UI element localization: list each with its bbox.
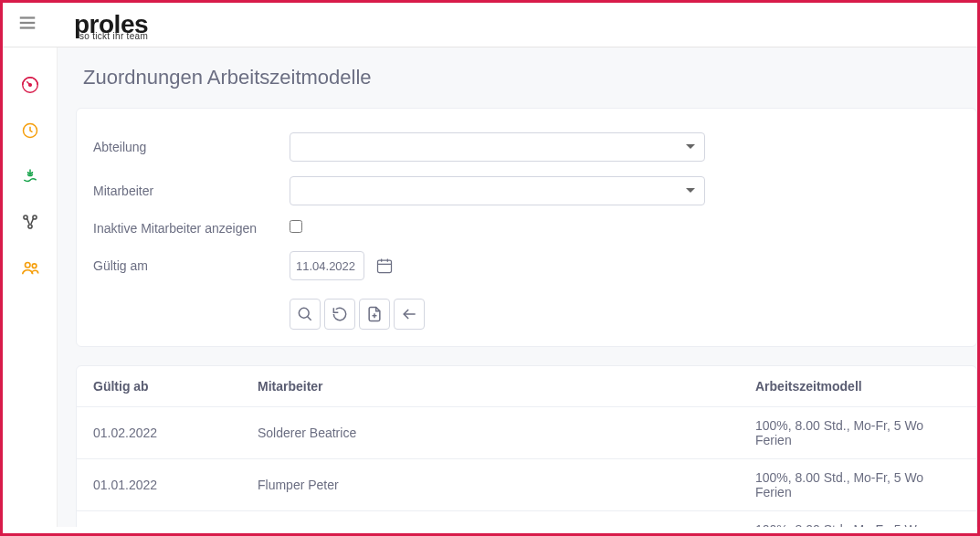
new-button[interactable] xyxy=(359,299,390,330)
reset-button[interactable] xyxy=(324,299,355,330)
cell-mitarbeiter: Flumper Peter xyxy=(241,459,739,511)
mitarbeiter-select[interactable] xyxy=(290,176,705,205)
logo-subtitle: so tickt ihr team xyxy=(79,31,148,41)
clock-icon[interactable] xyxy=(20,121,40,141)
col-gueltig-ab: Gültig ab xyxy=(77,366,241,407)
main-content: Zuordnungen Arbeitszeitmodelle Abteilung… xyxy=(58,47,977,527)
svg-line-23 xyxy=(308,317,311,321)
inaktiv-label: Inaktive Mitarbeiter anzeigen xyxy=(93,221,290,236)
table-row[interactable]: 01.02.2022 Solderer Beatrice 100%, 8.00 … xyxy=(77,407,976,459)
people-icon[interactable] xyxy=(20,257,40,278)
cell-gueltig-ab: 01.01.2022 xyxy=(77,459,241,511)
col-modell: Arbeitszeitmodell xyxy=(739,366,976,407)
svg-point-9 xyxy=(27,225,31,228)
svg-point-8 xyxy=(32,215,36,219)
abteilung-label: Abteilung xyxy=(93,140,290,154)
cell-gueltig-ab: 01.01.2022 xyxy=(77,511,241,528)
results-panel: Gültig ab Mitarbeiter Arbeitszeitmodell … xyxy=(76,365,977,527)
cell-modell: 100%, 8.00 Std., Mo-Fr, 5 Wo Ferien xyxy=(739,459,976,511)
svg-point-10 xyxy=(25,263,30,268)
svg-point-7 xyxy=(23,215,26,219)
cell-mitarbeiter: Solderer Beatrice xyxy=(241,407,739,459)
cell-modell: 100%, 8.00 Std., Mo-Fr, 5 Wo Ferien xyxy=(739,407,976,459)
money-icon[interactable] xyxy=(20,166,40,186)
dashboard-icon[interactable] xyxy=(20,75,40,95)
table-row[interactable]: 01.01.2022 Greminger Stephano 100%, 8.00… xyxy=(77,511,976,528)
table-row[interactable]: 01.01.2022 Flumper Peter 100%, 8.00 Std.… xyxy=(77,459,976,511)
gueltig-am-input[interactable] xyxy=(290,251,364,280)
calendar-button[interactable] xyxy=(370,251,399,280)
cell-mitarbeiter: Greminger Stephano xyxy=(241,511,739,528)
search-button[interactable] xyxy=(290,299,321,330)
network-icon[interactable] xyxy=(20,212,40,232)
filter-panel: Abteilung Mitarbeiter Inaktive Mitarbeit… xyxy=(76,108,977,347)
results-table: Gültig ab Mitarbeiter Arbeitszeitmodell … xyxy=(77,366,976,527)
header: proles so tickt ihr team xyxy=(3,3,977,47)
mitarbeiter-label: Mitarbeiter xyxy=(93,184,290,198)
svg-rect-12 xyxy=(378,260,392,272)
menu-toggle-button[interactable] xyxy=(17,13,37,37)
svg-point-5 xyxy=(28,84,31,87)
abteilung-select[interactable] xyxy=(290,132,705,162)
cell-gueltig-ab: 01.02.2022 xyxy=(77,407,241,459)
svg-point-11 xyxy=(32,264,37,268)
gueltig-am-label: Gültig am xyxy=(93,258,290,273)
svg-point-22 xyxy=(299,308,309,318)
sidebar xyxy=(3,47,58,527)
page-title: Zuordnungen Arbeitszeitmodelle xyxy=(76,66,977,89)
inaktiv-checkbox[interactable] xyxy=(290,220,302,233)
col-mitarbeiter: Mitarbeiter xyxy=(241,366,739,407)
cell-modell: 100%, 8.00 Std., Mo-Fr, 5 Wo Ferien xyxy=(739,511,976,528)
back-button[interactable] xyxy=(394,299,425,330)
logo: proles so tickt ihr team xyxy=(74,10,148,39)
